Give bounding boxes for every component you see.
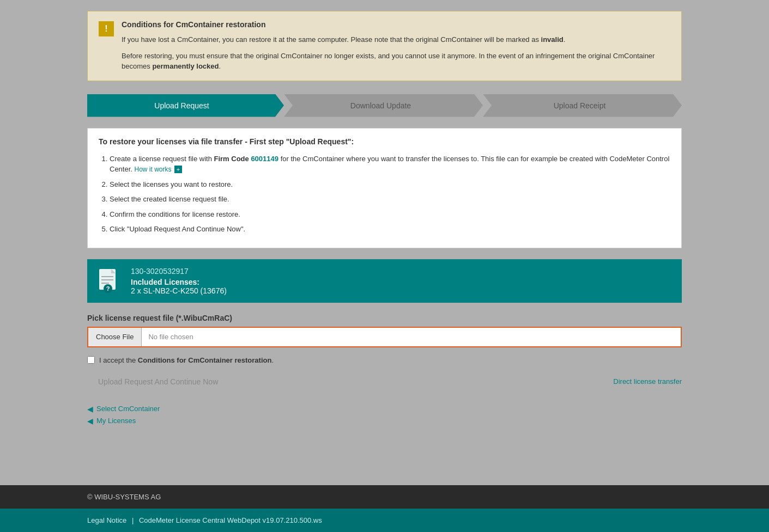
choose-file-button[interactable]: Choose File (88, 328, 142, 346)
accept-conditions-row: I accept the Conditions for CmContainer … (87, 356, 682, 364)
warning-box: ! Conditions for CmContainer restoration… (87, 11, 682, 81)
info-steps-list: Create a license request file with Firm … (110, 154, 670, 235)
file-input-row: Choose File No file chosen (87, 327, 682, 347)
step-upload-request[interactable]: Upload Request (87, 94, 284, 117)
svg-text:?: ? (106, 285, 110, 292)
warning-para1: If you have lost a CmContainer, you can … (122, 34, 670, 45)
back-arrow-icon: ◀ (87, 405, 93, 413)
warning-title: Conditions for CmContainer restoration (122, 20, 670, 29)
direct-transfer-link[interactable]: Direct license transfer (613, 377, 682, 386)
footer-copyright: © WIBU-SYSTEMS AG (0, 485, 769, 509)
license-file-icon: ? (98, 268, 120, 294)
info-heading: To restore your licenses via file transf… (99, 137, 670, 146)
info-step-5: Click "Upload Request And Continue Now". (110, 224, 670, 235)
warning-icon: ! (99, 21, 114, 36)
legal-notice-link[interactable]: Legal Notice (87, 516, 126, 524)
accept-label[interactable]: I accept the Conditions for CmContainer … (99, 356, 274, 364)
license-info: 130-3020532917 Included Licenses: 2 x SL… (131, 267, 227, 295)
info-step-1: Create a license request file with Firm … (110, 154, 670, 175)
info-step-4: Confirm the conditions for license resto… (110, 209, 670, 220)
warning-para2: Before restoring, you must ensure that t… (122, 51, 670, 72)
how-it-works-link[interactable]: How it works + (135, 166, 182, 173)
firm-code-link[interactable]: 6001149 (251, 155, 278, 163)
info-step-2: Select the licenses you want to restore. (110, 179, 670, 190)
file-section: Pick license request file (*.WibuCmRaC) … (87, 314, 682, 347)
footer-version: CodeMeter License Central WebDepot v19.0… (139, 516, 322, 524)
footer-separator: | (132, 516, 134, 524)
license-number: 130-3020532917 (131, 267, 227, 276)
step-download-update[interactable]: Download Update (284, 94, 483, 117)
step-upload-receipt[interactable]: Upload Receipt (483, 94, 682, 117)
warning-content: Conditions for CmContainer restoration I… (122, 20, 670, 72)
accept-checkbox[interactable] (87, 356, 95, 364)
plus-icon: + (174, 166, 182, 173)
file-name-display: No file chosen (142, 333, 681, 341)
back-arrow-icon-2: ◀ (87, 417, 93, 425)
action-row: Upload Request And Continue Now Direct l… (87, 372, 682, 392)
nav-links: ◀ Select CmContainer ◀ My Licenses (87, 405, 682, 425)
upload-request-button[interactable]: Upload Request And Continue Now (87, 372, 229, 392)
info-step-3: Select the created license request file. (110, 194, 670, 205)
steps-bar: Upload Request Download Update Upload Re… (87, 94, 682, 117)
license-card: ? 130-3020532917 Included Licenses: 2 x … (87, 259, 682, 303)
license-included: Included Licenses: 2 x SL-NB2-C-K250 (13… (131, 278, 227, 295)
select-cm-link[interactable]: ◀ Select CmContainer (87, 405, 682, 413)
file-label: Pick license request file (*.WibuCmRaC) (87, 314, 682, 322)
my-licenses-link[interactable]: ◀ My Licenses (87, 417, 682, 425)
footer-legal: Legal Notice | CodeMeter License Central… (0, 509, 769, 532)
info-box: To restore your licenses via file transf… (87, 128, 682, 248)
